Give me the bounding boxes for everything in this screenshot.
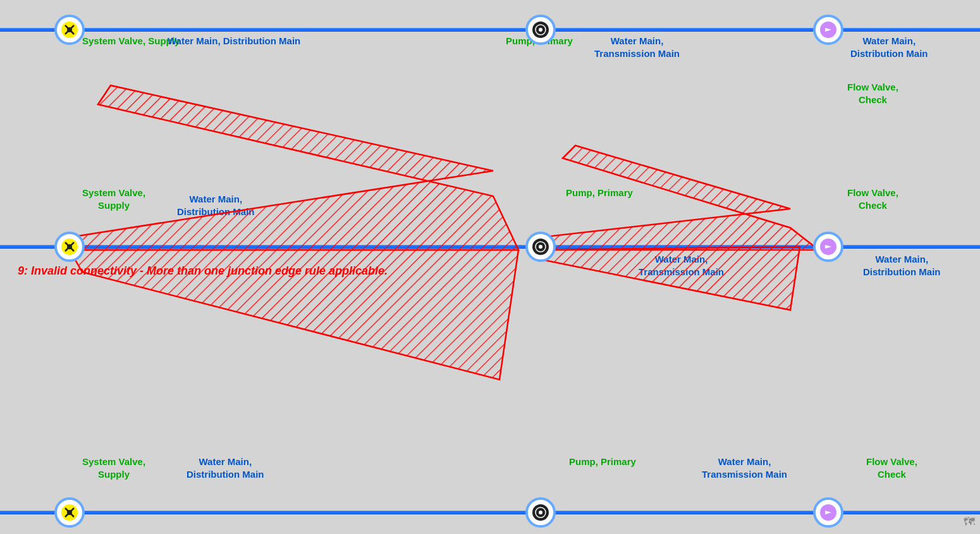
label-system-valve-supply-bot: System Valve,Supply xyxy=(82,456,145,480)
label-flow-valve-check-top: Flow Valve,Check xyxy=(847,81,898,106)
label-flow-valve-check-bot: Flow Valve,Check xyxy=(866,456,917,480)
error-message: 9: Invalid connectivity - More than one … xyxy=(18,264,388,278)
label-water-main-dist-mid: Water Main,Distribution Main xyxy=(177,193,255,218)
hatch-region-left xyxy=(70,85,518,250)
map-icon: 🗺 xyxy=(964,516,975,529)
label-flow-valve-check-mid: Flow Valve,Check xyxy=(847,187,898,211)
label-water-main-dist-midbot: Water Main,Distribution Main xyxy=(863,253,941,278)
label-pump-primary-top: Pump, Primary xyxy=(506,35,573,47)
label-water-main-trans-bot: Water Main,Transmission Main xyxy=(702,456,787,480)
label-pump-primary-mid: Pump, Primary xyxy=(566,187,633,199)
label-water-main-dist-topright: Water Main,Distribution Main xyxy=(850,35,928,59)
label-water-main-trans-top: Water Main,Transmission Main xyxy=(594,35,680,59)
label-water-main-dist-top: Water Main, Distribution Main xyxy=(168,35,300,47)
pipe-bot xyxy=(0,511,980,514)
label-water-main-dist-bot: Water Main,Distribution Main xyxy=(187,456,264,480)
label-pump-primary-bot: Pump, Primary xyxy=(569,456,636,468)
label-system-valve-supply-mid: System Valve,Supply xyxy=(82,187,145,211)
label-system-valve-supply-top: System Valve, Supply xyxy=(82,35,180,47)
pipe-mid xyxy=(0,245,980,249)
label-water-main-trans-midbot: Water Main,Transmission Main xyxy=(639,253,724,278)
pipe-top xyxy=(0,28,980,32)
